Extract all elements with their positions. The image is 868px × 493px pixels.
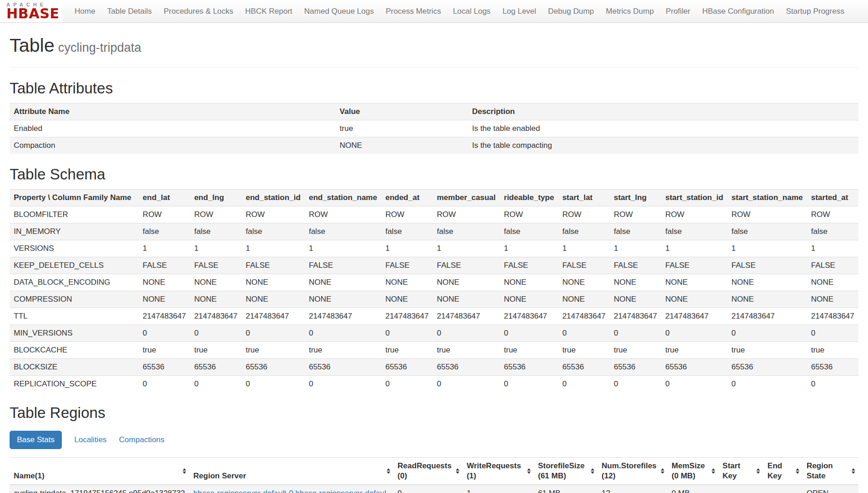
nav-item-home[interactable]: Home bbox=[69, 0, 101, 22]
sort-arrows-icon[interactable] bbox=[183, 468, 186, 474]
attributes-header-row: Attribute NameValueDescription bbox=[10, 103, 858, 120]
schema-family-end-lng: end_lng bbox=[190, 190, 242, 206]
schema-row-blocksize: BLOCKSIZE6553665536655366553665536655366… bbox=[10, 359, 858, 376]
sort-up-icon bbox=[387, 468, 390, 471]
schema-property: TTL bbox=[10, 308, 139, 325]
table-regions: Name(1)Region ServerReadRequests (0)Writ… bbox=[10, 457, 858, 493]
tab-localities[interactable]: Localities bbox=[74, 435, 107, 444]
nav-item-named-queue-logs[interactable]: Named Queue Logs bbox=[298, 0, 380, 22]
sort-arrows-icon[interactable] bbox=[591, 468, 594, 474]
sort-up-icon bbox=[756, 468, 760, 471]
schema-row-min-versions: MIN_VERSIONS000000000000 bbox=[10, 325, 858, 342]
sort-up-icon bbox=[661, 468, 664, 471]
schema-value: ROW bbox=[728, 206, 807, 223]
schema-value: 2147483647 bbox=[242, 308, 305, 325]
schema-value: FALSE bbox=[558, 257, 610, 274]
regions-col-region-state[interactable]: Region State bbox=[803, 458, 858, 485]
schema-value: true bbox=[661, 342, 728, 359]
schema-family-ended-at: ended_at bbox=[381, 190, 433, 206]
schema-value: NONE bbox=[381, 291, 433, 308]
schema-value: 2147483647 bbox=[500, 308, 558, 325]
page-title-text: Table bbox=[10, 35, 54, 56]
regions-col-label: MemSize (0 MB) bbox=[672, 461, 705, 480]
regions-col-region-server[interactable]: Region Server bbox=[189, 458, 394, 485]
schema-value: false bbox=[807, 223, 858, 240]
table-schema: Property \ Column Family Nameend_latend_… bbox=[10, 189, 858, 392]
regions-col-num-storefiles-12[interactable]: Num.Storefiles (12) bbox=[598, 458, 668, 485]
table-attributes: Attribute NameValueDescriptionEnabledtru… bbox=[10, 103, 858, 154]
sort-arrows-icon[interactable] bbox=[661, 468, 664, 474]
sort-arrows-icon[interactable] bbox=[712, 468, 715, 474]
page-content: Tablecycling-tripdata Table Attributes A… bbox=[0, 35, 868, 493]
tab-base-stats[interactable]: Base Stats bbox=[10, 431, 62, 449]
schema-value: 0 bbox=[190, 376, 242, 393]
attributes-heading: Table Attributes bbox=[10, 80, 858, 97]
schema-property: REPLICATION_SCOPE bbox=[10, 376, 139, 393]
schema-value: 0 bbox=[242, 376, 305, 393]
schema-property: COMPRESSION bbox=[10, 291, 139, 308]
nav-item-startup-progress[interactable]: Startup Progress bbox=[780, 0, 851, 22]
nav-item-hbase-configuration[interactable]: HBase Configuration bbox=[696, 0, 780, 22]
regions-heading: Table Regions bbox=[10, 404, 858, 422]
sort-arrows-icon[interactable] bbox=[387, 468, 390, 474]
nav-item-metrics-dump[interactable]: Metrics Dump bbox=[600, 0, 660, 22]
nav-item-process-metrics[interactable]: Process Metrics bbox=[380, 0, 447, 22]
nav-item-table-details[interactable]: Table Details bbox=[101, 0, 157, 22]
schema-family-start-lng: start_lng bbox=[609, 190, 661, 206]
schema-value: 0 bbox=[433, 325, 500, 342]
schema-value: false bbox=[139, 223, 190, 240]
nav-item-hbck-report[interactable]: HBCK Report bbox=[239, 0, 298, 22]
schema-property: KEEP_DELETED_CELLS bbox=[10, 257, 139, 274]
schema-value: 0 bbox=[139, 376, 190, 393]
schema-value: 1 bbox=[807, 240, 858, 257]
schema-value: FALSE bbox=[433, 257, 500, 274]
nav-item-profiler[interactable]: Profiler bbox=[660, 0, 696, 22]
schema-value: true bbox=[500, 342, 558, 359]
regions-col-readrequests-0[interactable]: ReadRequests (0) bbox=[394, 458, 463, 485]
schema-value: FALSE bbox=[305, 257, 381, 274]
regions-col-writerequests-1[interactable]: WriteRequests (1) bbox=[463, 458, 534, 485]
regions-col-label: Region Server bbox=[194, 471, 246, 480]
region-server-link[interactable]: hbase-regionserver-default-0.hbase-regio… bbox=[194, 489, 386, 493]
nav-item-log-level[interactable]: Log Level bbox=[496, 0, 542, 22]
schema-value: NONE bbox=[433, 291, 500, 308]
schema-value: 0 bbox=[807, 376, 858, 393]
sort-arrows-icon[interactable] bbox=[796, 468, 799, 474]
schema-value: 65536 bbox=[242, 359, 305, 376]
attribute-value: NONE bbox=[335, 137, 468, 154]
sort-arrows-icon[interactable] bbox=[456, 468, 459, 474]
sort-arrows-icon[interactable] bbox=[527, 468, 531, 474]
sort-arrows-icon[interactable] bbox=[756, 468, 760, 474]
nav-item-local-logs[interactable]: Local Logs bbox=[447, 0, 496, 22]
regions-col-name-1[interactable]: Name(1) bbox=[10, 458, 189, 485]
sort-up-icon bbox=[591, 468, 594, 471]
region-server-cell: hbase-regionserver-default-0.hbase-regio… bbox=[189, 485, 394, 493]
schema-value: FALSE bbox=[500, 257, 558, 274]
regions-col-storefilesize-61-mb[interactable]: StorefileSize (61 MB) bbox=[534, 458, 598, 485]
page-title: Tablecycling-tripdata bbox=[10, 35, 858, 56]
regions-col-start-key[interactable]: Start Key bbox=[718, 458, 763, 485]
nav-item-procedures-locks[interactable]: Procedures & Locks bbox=[158, 0, 239, 22]
schema-value: ROW bbox=[242, 206, 305, 223]
schema-value: 1 bbox=[190, 240, 242, 257]
schema-value: true bbox=[728, 342, 807, 359]
sort-down-icon bbox=[387, 471, 390, 474]
schema-value: 2147483647 bbox=[139, 308, 190, 325]
logo-hbase-text: HBASE bbox=[6, 7, 59, 20]
sort-down-icon bbox=[712, 471, 715, 474]
regions-col-memsize-0-mb[interactable]: MemSize (0 MB) bbox=[668, 458, 718, 485]
sort-up-icon bbox=[183, 468, 186, 471]
schema-value: true bbox=[807, 342, 858, 359]
schema-value: 0 bbox=[728, 325, 807, 342]
attribute-name: Enabled bbox=[10, 120, 335, 137]
schema-family-start-lat: start_lat bbox=[558, 190, 610, 206]
schema-value: true bbox=[433, 342, 500, 359]
schema-row-blockcache: BLOCKCACHEtruetruetruetruetruetruetruetr… bbox=[10, 342, 858, 359]
nav-item-debug-dump[interactable]: Debug Dump bbox=[542, 0, 600, 22]
sort-arrows-icon[interactable] bbox=[852, 468, 855, 474]
schema-value: 1 bbox=[500, 240, 558, 257]
tab-compactions[interactable]: Compactions bbox=[119, 435, 164, 444]
regions-col-end-key[interactable]: End Key bbox=[763, 458, 802, 485]
hbase-logo[interactable]: APACHE HBASE bbox=[0, 0, 63, 22]
schema-value: ROW bbox=[500, 206, 558, 223]
